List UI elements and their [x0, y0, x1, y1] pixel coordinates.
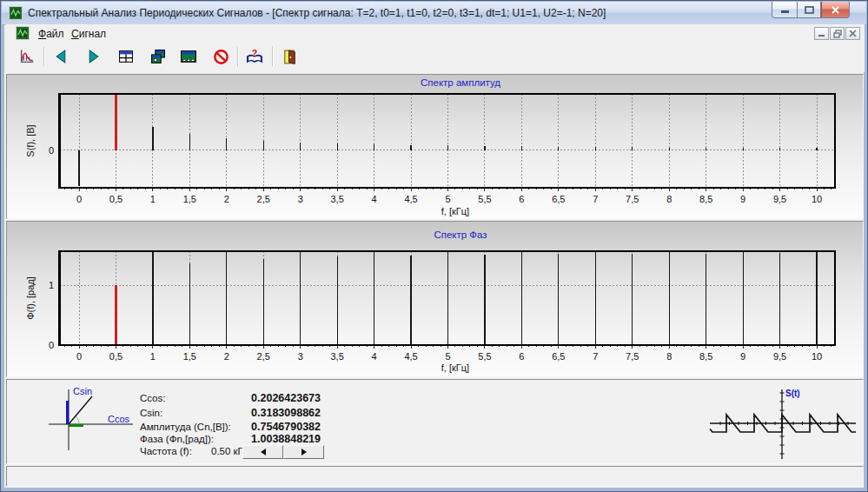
exit-button[interactable]	[278, 45, 301, 68]
mdi-restore-button[interactable]	[830, 27, 845, 40]
x-tick-label: 5	[445, 351, 450, 362]
right-triangle-icon	[301, 449, 307, 455]
x-tick-label: 4	[372, 194, 377, 204]
ccos-label: Ccos:	[140, 392, 165, 404]
x-tick-label: 6,5	[552, 351, 565, 362]
prev-frequency-button[interactable]	[242, 445, 283, 459]
mdi-child-icon	[16, 26, 30, 40]
x-tick-label: 5,5	[478, 351, 491, 362]
phase-spectrum-chart: 0100,511,522,533,544,555,566,577,588,599…	[7, 222, 863, 376]
x-tick-label: 7	[593, 351, 598, 362]
x-axis-label: f, [кГц]	[441, 362, 469, 373]
x-tick-label: 10	[812, 351, 822, 362]
y-tick-label: 0	[49, 145, 54, 156]
ccos-row: Ccos: 0.2026423673	[7, 392, 337, 404]
title-bar[interactable]: Спектральный Анализ Периодических Сигнал…	[2, 2, 866, 25]
phase-row: Фаза (Фn,[рад]): 1.0038848219	[7, 433, 337, 445]
exit-door-icon	[282, 49, 297, 65]
x-tick-label: 9	[740, 351, 745, 362]
window-title: Спектральный Анализ Периодических Сигнал…	[28, 7, 606, 19]
toolbar-separator	[43, 47, 45, 66]
x-tick-label: 3	[298, 194, 303, 204]
signal-label: S(t)	[785, 389, 800, 398]
minimize-button[interactable]	[772, 2, 797, 18]
x-tick-label: 5	[445, 194, 450, 204]
help-button[interactable]: ?	[243, 45, 266, 68]
chart-title: Спектр Фаз	[434, 229, 487, 240]
arrow-right-icon	[86, 49, 102, 64]
csin-value: 0.3183098862	[201, 407, 321, 419]
status-bar	[6, 466, 864, 487]
csin-label: Csin:	[140, 407, 162, 419]
stop-button[interactable]	[209, 45, 232, 68]
x-axis-label: f, [кГц]	[441, 206, 469, 216]
amplitude-row: Амплитуда (Cn,[В]): 0.7546790382	[7, 421, 337, 433]
x-tick-label: 3,5	[331, 351, 344, 362]
ccos-value: 0.2026423673	[201, 392, 321, 404]
cascade-windows-icon	[150, 49, 166, 64]
stop-icon	[213, 49, 229, 65]
tile-windows-button[interactable]	[115, 45, 137, 68]
tile-windows-icon	[118, 49, 134, 64]
maximize-button[interactable]	[797, 2, 821, 18]
x-tick-label: 4	[372, 351, 377, 362]
toolbar: ?	[5, 43, 865, 72]
toolbar-separator	[237, 47, 239, 66]
y-axis-label: Ф(f), [рад]	[25, 276, 36, 320]
y-tick-label: 1	[49, 280, 54, 290]
x-tick-label: 0,5	[109, 194, 123, 204]
x-tick-label: 1	[150, 194, 156, 204]
close-button[interactable]	[821, 2, 850, 18]
x-tick-label: 7	[593, 194, 598, 204]
x-tick-label: 1,5	[183, 194, 196, 204]
phase-value: 1.0038848219	[201, 433, 321, 445]
minimize-all-icon	[180, 49, 197, 64]
next-frequency-button[interactable]	[283, 445, 324, 459]
app-window: Спектральный Анализ Периодических Сигнал…	[0, 0, 868, 492]
x-tick-label: 9	[740, 194, 745, 204]
x-tick-label: 1	[150, 351, 156, 362]
cascade-windows-button[interactable]	[147, 45, 169, 68]
x-tick-label: 5,5	[478, 194, 491, 204]
prev-harmonic-button[interactable]	[50, 45, 72, 68]
frequency-label: Частота (f):	[140, 445, 192, 457]
amplitude-spectrum-chart: 000,511,522,533,544,555,566,577,588,599,…	[7, 75, 863, 218]
csin-row: Csin: 0.3183098862	[7, 407, 337, 419]
x-tick-label: 9,5	[773, 351, 786, 362]
minimize-all-button[interactable]	[177, 45, 200, 68]
close-icon	[831, 6, 840, 14]
x-tick-label: 0,5	[109, 351, 123, 362]
x-tick-label: 8	[666, 351, 672, 362]
x-tick-label: 8,5	[699, 351, 712, 362]
minimize-icon	[780, 6, 790, 14]
x-tick-label: 8,5	[699, 194, 712, 204]
help-icon: ?	[246, 49, 263, 65]
x-tick-label: 2,5	[257, 194, 270, 204]
svg-text:?: ?	[252, 49, 257, 58]
x-tick-label: 7,5	[626, 194, 639, 204]
signal-axes	[710, 389, 856, 459]
x-tick-label: 10	[812, 194, 822, 204]
x-tick-label: 6	[519, 194, 524, 204]
amplitude-value: 0.7546790382	[201, 421, 321, 433]
maximize-icon	[805, 6, 814, 14]
x-tick-label: 0	[76, 194, 82, 204]
x-tick-label: 3	[298, 351, 303, 362]
mdi-close-button[interactable]	[845, 27, 860, 40]
x-tick-label: 1,5	[183, 351, 196, 362]
amplitude-spectrum-panel: 000,511,522,533,544,555,566,577,588,599,…	[6, 74, 864, 219]
x-tick-label: 4,5	[404, 351, 417, 362]
mdi-minimize-button[interactable]	[814, 27, 829, 40]
mdi-restore-icon	[833, 30, 842, 38]
y-tick-label: 0	[49, 340, 54, 350]
x-tick-label: 2,5	[257, 351, 270, 362]
next-harmonic-button[interactable]	[83, 45, 105, 68]
x-tick-label: 2	[224, 194, 229, 204]
x-tick-label: 7,5	[626, 351, 639, 362]
x-tick-label: 4,5	[404, 194, 417, 204]
signal-plot-button[interactable]	[16, 45, 38, 68]
menu-signal[interactable]: Сигнал	[66, 26, 111, 42]
arrow-left-icon	[53, 49, 69, 64]
harmonic-inspector-panel: Csin Ccos Ccos: 0.2026423673 Csin: 0.318…	[6, 379, 864, 464]
menu-file[interactable]: Файл	[33, 26, 70, 42]
